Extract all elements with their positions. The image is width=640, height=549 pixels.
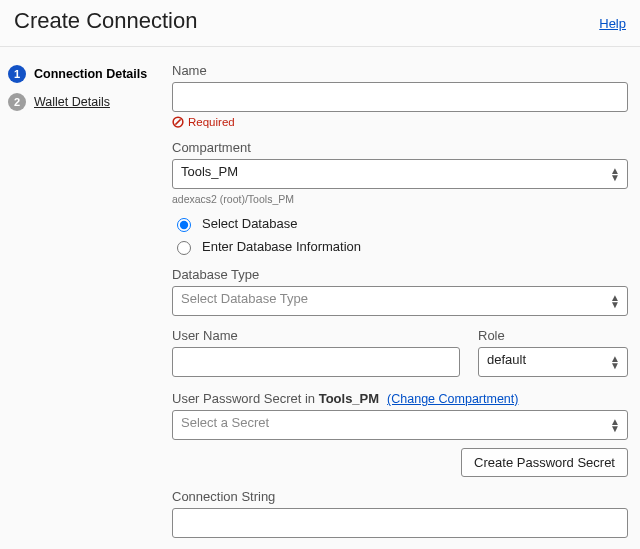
help-link[interactable]: Help [599, 16, 626, 31]
database-type-label: Database Type [172, 267, 628, 282]
username-input[interactable] [172, 347, 460, 377]
step-number-icon: 1 [8, 65, 26, 83]
role-label: Role [478, 328, 628, 343]
radio-select-database[interactable]: Select Database [172, 215, 628, 232]
dialog-title: Create Connection [14, 8, 197, 34]
name-input[interactable] [172, 82, 628, 112]
svg-line-1 [175, 119, 180, 124]
step-wallet-details[interactable]: 2 Wallet Details [8, 93, 172, 111]
radio-label: Select Database [202, 216, 297, 231]
step-list: 1 Connection Details 2 Wallet Details [8, 61, 172, 549]
required-text: Required [188, 116, 235, 128]
change-compartment-link[interactable]: (Change Compartment) [387, 392, 518, 406]
compartment-path: adexacs2 (root)/Tools_PM [172, 193, 628, 205]
radio-input[interactable] [177, 241, 191, 255]
step-label: Connection Details [34, 67, 147, 81]
connection-string-input[interactable] [172, 508, 628, 538]
role-select[interactable]: default [478, 347, 628, 377]
step-label: Wallet Details [34, 95, 110, 109]
compartment-label: Compartment [172, 140, 628, 155]
password-secret-label: User Password Secret in Tools_PM [172, 391, 379, 406]
radio-enter-database-info[interactable]: Enter Database Information [172, 238, 628, 255]
compartment-select[interactable]: Tools_PM [172, 159, 628, 189]
create-password-secret-button[interactable]: Create Password Secret [461, 448, 628, 477]
radio-input[interactable] [177, 218, 191, 232]
database-type-select[interactable]: Select Database Type [172, 286, 628, 316]
dialog-header: Create Connection Help [0, 0, 640, 47]
password-secret-select[interactable]: Select a Secret [172, 410, 628, 440]
form-panel: Name Required Compartment Tools_PM ▲▼ ad… [172, 61, 632, 549]
step-connection-details[interactable]: 1 Connection Details [8, 65, 172, 83]
required-indicator: Required [172, 116, 628, 128]
step-number-icon: 2 [8, 93, 26, 111]
connection-string-label: Connection String [172, 489, 628, 504]
error-icon [172, 116, 184, 128]
dialog-body: 1 Connection Details 2 Wallet Details Na… [0, 47, 640, 549]
radio-label: Enter Database Information [202, 239, 361, 254]
username-label: User Name [172, 328, 460, 343]
name-label: Name [172, 63, 628, 78]
